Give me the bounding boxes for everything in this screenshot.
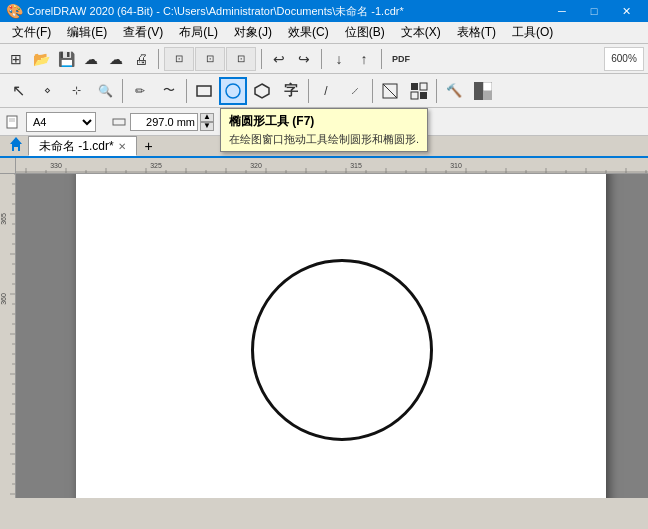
ruler-vertical: 365 360 bbox=[0, 174, 16, 498]
text-tool-button[interactable]: 字 bbox=[277, 77, 305, 105]
svg-rect-9 bbox=[474, 82, 483, 100]
menu-item-t[interactable]: 表格(T) bbox=[449, 22, 504, 43]
pdf2-button[interactable]: PDF bbox=[387, 47, 415, 71]
tab-active[interactable]: 未命名 -1.cdr* ✕ bbox=[28, 136, 137, 156]
print-button[interactable]: 🖨 bbox=[129, 47, 153, 71]
toolbar2: ↖ ⋄ ⊹ 🔍 ✏ 〜 字 / ⟋ bbox=[0, 74, 648, 108]
page-icon bbox=[6, 115, 20, 129]
open-button[interactable]: 📂 bbox=[29, 47, 53, 71]
pdf-button[interactable]: ⊡ bbox=[226, 47, 256, 71]
rectangle-tool-button[interactable] bbox=[190, 77, 218, 105]
sep4 bbox=[381, 49, 382, 69]
menu-item-l[interactable]: 布局(L) bbox=[171, 22, 226, 43]
svg-point-1 bbox=[226, 84, 240, 98]
cloud1-button[interactable]: ☁ bbox=[79, 47, 103, 71]
zoom-tool-button[interactable]: 🔍 bbox=[91, 77, 119, 105]
svg-text:320: 320 bbox=[250, 162, 262, 169]
tool-sep5 bbox=[436, 79, 437, 103]
polygon-icon bbox=[253, 82, 271, 100]
pattern-icon bbox=[410, 82, 428, 100]
export-button[interactable]: ⊡ bbox=[195, 47, 225, 71]
pen-tool-button[interactable]: ✏ bbox=[126, 77, 154, 105]
pattern-tool-button[interactable] bbox=[405, 77, 433, 105]
tab-label: 未命名 -1.cdr* bbox=[39, 138, 114, 155]
smart-tool-button[interactable] bbox=[376, 77, 404, 105]
close-button[interactable]: ✕ bbox=[610, 0, 642, 22]
menu-item-x[interactable]: 文本(X) bbox=[393, 22, 449, 43]
title-text: CorelDRAW 2020 (64-Bit) - C:\Users\Admin… bbox=[27, 4, 546, 19]
ruler-horizontal: 330 325 320 315 310 bbox=[16, 158, 648, 174]
maximize-button[interactable]: □ bbox=[578, 0, 610, 22]
svg-text:315: 315 bbox=[350, 162, 362, 169]
document-page bbox=[76, 174, 606, 498]
bezier-tool-button[interactable]: 〜 bbox=[155, 77, 183, 105]
tab-add-button[interactable]: + bbox=[139, 136, 159, 156]
freeform-tool-button[interactable]: ⊹ bbox=[62, 77, 90, 105]
svg-text:325: 325 bbox=[150, 162, 162, 169]
canvas-area: 365 360 bbox=[0, 158, 648, 498]
svg-rect-10 bbox=[483, 82, 492, 91]
tooltip-description: 在绘图窗口拖动工具绘制圆形和椭圆形. bbox=[229, 132, 419, 147]
svg-rect-0 bbox=[197, 86, 211, 96]
import-button[interactable]: ⊡ bbox=[164, 47, 194, 71]
win-controls: ─ □ ✕ bbox=[546, 0, 642, 22]
subselect-tool-button[interactable]: ⋄ bbox=[33, 77, 61, 105]
svg-rect-8 bbox=[420, 92, 427, 99]
svg-text:330: 330 bbox=[50, 162, 62, 169]
ruler-corner bbox=[0, 158, 16, 174]
io-buttons: ⊡ ⊡ ⊡ bbox=[164, 47, 256, 71]
cloud2-button[interactable]: ☁ bbox=[104, 47, 128, 71]
ellipse-tool-button[interactable] bbox=[219, 77, 247, 105]
export2-button[interactable]: ↑ bbox=[352, 47, 376, 71]
fill-tool-button[interactable] bbox=[469, 77, 497, 105]
import2-button[interactable]: ↓ bbox=[327, 47, 351, 71]
zoom-level[interactable]: 600% bbox=[604, 47, 644, 71]
menu-item-j[interactable]: 对象(J) bbox=[226, 22, 280, 43]
view-buttons: ↓ ↑ bbox=[327, 47, 376, 71]
tool-sep2 bbox=[186, 79, 187, 103]
new-button[interactable]: ⊞ bbox=[4, 47, 28, 71]
minimize-button[interactable]: ─ bbox=[546, 0, 578, 22]
svg-line-4 bbox=[383, 84, 397, 98]
svg-marker-2 bbox=[255, 84, 269, 98]
sep3 bbox=[321, 49, 322, 69]
save-button[interactable]: 💾 bbox=[54, 47, 78, 71]
ruler-v-svg: 365 360 bbox=[0, 174, 16, 498]
select-tool-button[interactable]: ↖ bbox=[4, 77, 32, 105]
ellipse-icon bbox=[224, 82, 242, 100]
polygon-tool-button[interactable] bbox=[248, 77, 276, 105]
menu-item-f[interactable]: 文件(F) bbox=[4, 22, 59, 43]
menu-item-o[interactable]: 工具(O) bbox=[504, 22, 561, 43]
menu-item-c[interactable]: 效果(C) bbox=[280, 22, 337, 43]
sep1 bbox=[158, 49, 159, 69]
undo-button[interactable]: ↩ bbox=[267, 47, 291, 71]
tool-sep1 bbox=[122, 79, 123, 103]
svg-rect-11 bbox=[483, 91, 492, 100]
tool-sep4 bbox=[372, 79, 373, 103]
redo-button[interactable]: ↪ bbox=[292, 47, 316, 71]
line-tool-button[interactable]: / bbox=[312, 77, 340, 105]
canvas-viewport[interactable] bbox=[16, 174, 648, 498]
width-down-button[interactable]: ▼ bbox=[200, 122, 214, 131]
tab-close-icon[interactable]: ✕ bbox=[118, 141, 126, 152]
svg-text:310: 310 bbox=[450, 162, 462, 169]
tool-sep3 bbox=[308, 79, 309, 103]
pen2-tool-button[interactable]: ⟋ bbox=[341, 77, 369, 105]
page-size-select[interactable]: A4 A3 Letter bbox=[26, 112, 96, 132]
app-icon: 🎨 bbox=[6, 3, 23, 19]
rectangle-icon bbox=[195, 82, 213, 100]
menu-bar: 文件(F)编辑(E)查看(V)布局(L)对象(J)效果(C)位图(B)文本(X)… bbox=[0, 22, 648, 44]
hammer-tool-button[interactable]: 🔨 bbox=[440, 77, 468, 105]
menu-item-b[interactable]: 位图(B) bbox=[337, 22, 393, 43]
file-buttons: ⊞ 📂 💾 ☁ ☁ 🖨 bbox=[4, 47, 153, 71]
undo-buttons: ↩ ↪ bbox=[267, 47, 316, 71]
tooltip-title: 椭圆形工具 (F7) bbox=[229, 113, 419, 130]
tooltip: 椭圆形工具 (F7) 在绘图窗口拖动工具绘制圆形和椭圆形. bbox=[220, 108, 428, 152]
menu-item-e[interactable]: 编辑(E) bbox=[59, 22, 115, 43]
toolbar1: ⊞ 📂 💾 ☁ ☁ 🖨 ⊡ ⊡ ⊡ ↩ ↪ ↓ ↑ PDF 600% bbox=[0, 44, 648, 74]
sep2 bbox=[261, 49, 262, 69]
width-input[interactable] bbox=[130, 113, 198, 131]
title-bar: 🎨 CorelDRAW 2020 (64-Bit) - C:\Users\Adm… bbox=[0, 0, 648, 22]
svg-rect-5 bbox=[411, 83, 418, 90]
menu-item-v[interactable]: 查看(V) bbox=[115, 22, 171, 43]
